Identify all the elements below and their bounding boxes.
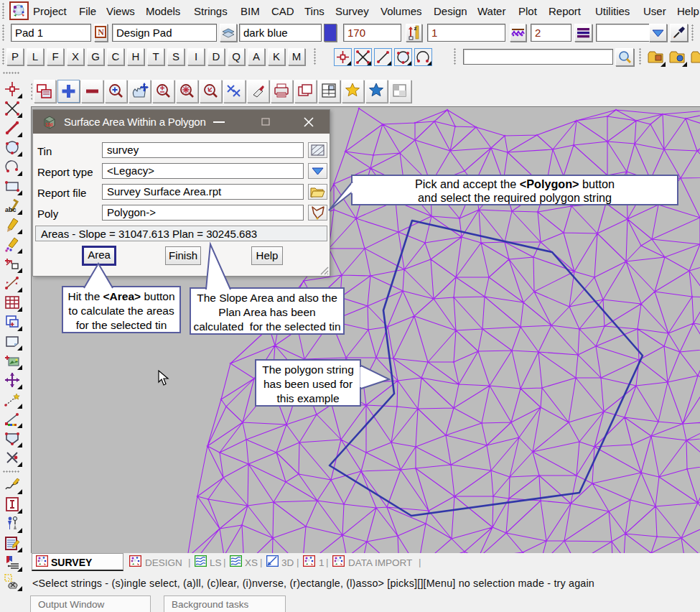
svg-text:abc: abc xyxy=(5,206,17,213)
svg-text:12d: 12d xyxy=(45,122,53,127)
svg-text:z: z xyxy=(414,25,417,32)
svg-text:N: N xyxy=(98,27,104,37)
